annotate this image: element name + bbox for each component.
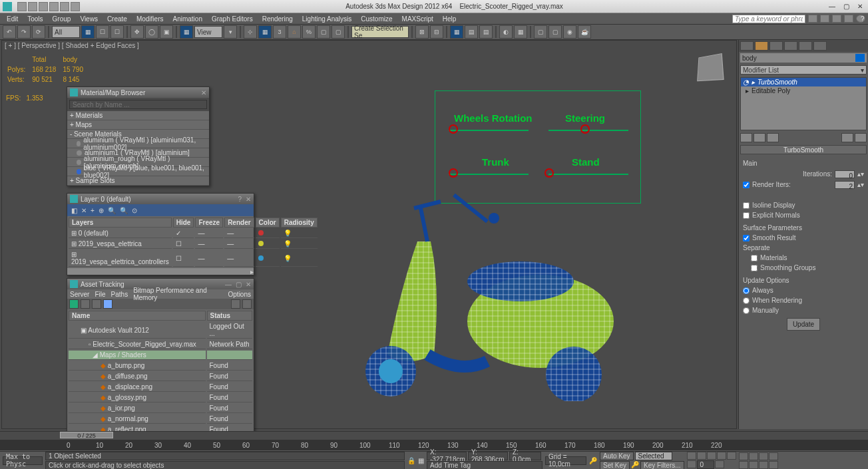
separate-groups-checkbox[interactable]: Smoothing Groups: [751, 263, 864, 273]
tab-create[interactable]: [740, 41, 754, 51]
asset-tracking-panel[interactable]: Asset Tracking—▢✕ Server File Paths Bitm…: [67, 278, 254, 451]
iterations-spinner[interactable]: 0: [835, 170, 855, 178]
layer-row[interactable]: ⊞ 2019_vespa_elettrica_controllers☐——💡: [69, 250, 318, 267]
play-button[interactable]: [707, 452, 716, 460]
asset-menu[interactable]: Server: [70, 291, 89, 298]
qat-btn[interactable]: [71, 2, 80, 11]
viewport-label[interactable]: [ + ] [ Perspective ] [ Shaded + Edged F…: [5, 42, 139, 49]
panel-close-button[interactable]: ✕: [201, 89, 206, 96]
angle-snap-button[interactable]: ▦: [258, 25, 272, 39]
asset-row[interactable]: ◆ a_diffuse.pngFound: [69, 372, 252, 381]
hud-knob[interactable]: [544, 168, 554, 178]
spinner-snap-button[interactable]: ⌂: [288, 25, 301, 39]
curve-editor-button[interactable]: ▤: [465, 25, 478, 39]
nav-button[interactable]: [739, 452, 748, 460]
maximize-button[interactable]: ▢: [843, 3, 849, 10]
menu-modifiers[interactable]: Modifiers: [132, 15, 168, 23]
key-icon[interactable]: 🔑: [589, 457, 597, 464]
panel-help-button[interactable]: ?: [238, 196, 242, 203]
layer-tool[interactable]: 🔍: [108, 207, 116, 214]
key-mode-button[interactable]: [687, 460, 696, 468]
tool-button[interactable]: ▢: [317, 25, 330, 39]
time-config-button[interactable]: [715, 460, 724, 468]
modifier-list-dropdown[interactable]: Modifier List▾: [740, 65, 867, 75]
render-iters-checkbox[interactable]: [743, 182, 750, 188]
y-coord[interactable]: Y: 268,306cm: [468, 452, 508, 460]
qat-btn[interactable]: [39, 2, 48, 11]
object-color-swatch[interactable]: [855, 54, 865, 62]
asset-row[interactable]: ◆ a_bump.pngFound: [69, 361, 252, 371]
menu-help[interactable]: Help: [439, 15, 461, 23]
select-region-button[interactable]: ☐: [110, 25, 124, 39]
asset-menu[interactable]: Paths: [111, 291, 128, 298]
menu-tool[interactable]: [820, 15, 829, 23]
separate-materials-checkbox[interactable]: Materials: [751, 253, 864, 263]
align-button[interactable]: ⊟: [430, 25, 443, 39]
asset-tool[interactable]: [81, 299, 90, 309]
maxscript-listener[interactable]: Max to Physc: [3, 456, 43, 465]
minimize-button[interactable]: —: [829, 3, 835, 10]
hud-slider[interactable]: [449, 174, 529, 175]
rotate-button[interactable]: ◯: [145, 25, 158, 39]
render-frame-button[interactable]: ▢: [534, 25, 547, 39]
asset-tool[interactable]: [103, 299, 112, 309]
refcoord-button[interactable]: ▦: [180, 25, 193, 39]
layer-tool[interactable]: 🔍: [120, 207, 128, 214]
link-button[interactable]: ⟳: [32, 25, 45, 39]
key-mode-dropdown[interactable]: Selected: [635, 452, 672, 460]
close-button[interactable]: ✕: [857, 3, 863, 10]
lock-icon[interactable]: 🔒: [407, 457, 415, 464]
qat-btn[interactable]: [17, 2, 27, 11]
percent-snap-button[interactable]: 3: [273, 25, 286, 39]
smooth-result-checkbox[interactable]: Smooth Result: [743, 233, 864, 243]
viewcube[interactable]: [697, 53, 724, 81]
menu-customize[interactable]: Customize: [357, 15, 396, 23]
panel-close-button[interactable]: ✕: [246, 196, 251, 203]
material-search-input[interactable]: [69, 100, 207, 109]
material-browser-panel[interactable]: Material/Map Browser✕ + Materials + Maps…: [67, 86, 210, 186]
asset-row[interactable]: ▣ Autodesk Vault 2012Logged Out ...: [69, 322, 252, 339]
asset-row[interactable]: ◢ Maps / Shaders: [69, 351, 252, 360]
mirror-button[interactable]: ⊠: [415, 25, 429, 39]
time-slider-thumb[interactable]: 0 / 225: [60, 432, 113, 438]
hud-knob[interactable]: [449, 124, 458, 134]
snap-button[interactable]: ⊹: [244, 25, 257, 39]
tab-hierarchy[interactable]: [769, 41, 783, 51]
time-tag[interactable]: Add Time Tag: [427, 461, 542, 470]
layer-tool[interactable]: ✕: [81, 207, 87, 214]
qat-btn[interactable]: [28, 2, 37, 11]
stack-tool[interactable]: [740, 133, 752, 142]
undo-button[interactable]: ↶: [3, 25, 16, 39]
nav-button[interactable]: [749, 461, 758, 469]
menu-tools[interactable]: Tools: [23, 15, 47, 23]
layer-row[interactable]: ⊞ 2019_vespa_elettrica☐——💡: [69, 239, 318, 249]
modifier-stack[interactable]: ◔▸TurboSmooth ▸Editable Poly: [740, 77, 867, 130]
asset-row[interactable]: ◆ a_displace.pngFound: [69, 383, 252, 392]
tab-modify[interactable]: [755, 41, 768, 51]
select-button[interactable]: ▦: [81, 25, 95, 39]
asset-menu[interactable]: File: [95, 291, 105, 298]
schematic-button[interactable]: ▤: [479, 25, 493, 39]
tab-display[interactable]: [799, 41, 812, 51]
menu-group[interactable]: Group: [49, 15, 75, 23]
hud-knob[interactable]: [580, 124, 590, 134]
ref-coord-system[interactable]: View: [194, 26, 222, 38]
stack-item-turbosmooth[interactable]: ◔▸TurboSmooth: [741, 78, 866, 86]
update-rendering-radio[interactable]: When Rendering: [743, 295, 864, 305]
material-item[interactable]: aluminium ( VRayMtl ) [aluminium031, alu…: [67, 139, 209, 148]
layer-tool[interactable]: ⊕: [99, 207, 104, 214]
menu-animation[interactable]: Animation: [168, 15, 206, 23]
scooter-model[interactable]: [354, 188, 634, 401]
hud-slider[interactable]: [548, 174, 628, 175]
redo-button[interactable]: ↷: [17, 25, 31, 39]
asset-row[interactable]: ◆ a_ior.pngFound: [69, 404, 252, 413]
asset-menu[interactable]: Options: [228, 291, 251, 298]
update-manually-radio[interactable]: Manually: [743, 305, 864, 315]
coord-icon[interactable]: ▦: [418, 457, 424, 464]
tab-motion[interactable]: [784, 41, 797, 51]
layer-row[interactable]: ⊞ 0 (default)✓——💡: [69, 229, 318, 238]
move-button[interactable]: ✥: [130, 25, 144, 39]
nav-button[interactable]: [749, 452, 758, 460]
scale-button[interactable]: ▣: [160, 25, 173, 39]
tab-utilities[interactable]: [813, 41, 827, 51]
